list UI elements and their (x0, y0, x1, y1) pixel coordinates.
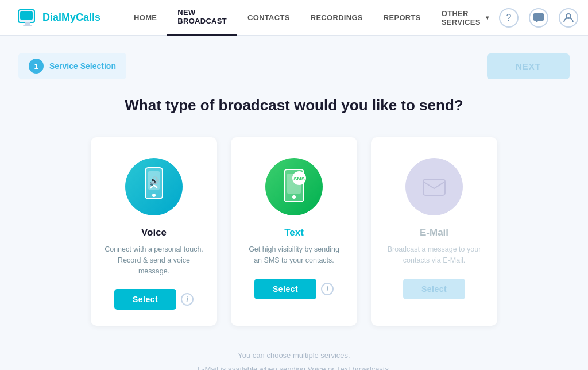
step-bar: 1 Service Selection NEXT (18, 53, 570, 79)
footer-line2: E-Mail is available when sending Voice o… (18, 363, 570, 370)
next-button[interactable]: NEXT (487, 53, 570, 79)
footer-line1: You can choose multiple services. (18, 349, 570, 362)
email-card-name: E-Mail (420, 227, 448, 238)
voice-card-desc: Connect with a personal touch. Record & … (105, 244, 203, 276)
chevron-down-icon: ▾ (486, 14, 489, 21)
help-button[interactable]: ? (499, 8, 519, 28)
step-badge: 1 Service Selection (18, 53, 126, 79)
text-icon-circle: SMS (265, 158, 323, 215)
step-number: 1 (29, 59, 44, 74)
svg-rect-14 (423, 179, 445, 195)
voice-card-actions: Select i (114, 289, 194, 310)
nav-recordings[interactable]: RECORDINGS (300, 0, 373, 36)
text-card-desc: Get high visibility by sending an SMS to… (245, 244, 343, 266)
voice-info-icon[interactable]: i (181, 293, 194, 306)
svg-rect-1 (20, 11, 33, 20)
navbar: DialMyCalls HOME NEW BROADCAST CONTACTS … (0, 0, 588, 36)
nav-other-services[interactable]: OTHER SERVICES ▾ (431, 0, 499, 36)
logo-text-calls: Calls (76, 11, 100, 23)
nav-contacts[interactable]: CONTACTS (237, 0, 300, 36)
page-title: What type of broadcast would you like to… (18, 97, 570, 114)
main-content: 1 Service Selection NEXT What type of br… (7, 36, 581, 370)
email-card: E-Mail Broadcast a message to your conta… (371, 137, 497, 326)
text-info-icon[interactable]: i (321, 283, 334, 295)
text-card-actions: Select i (254, 279, 334, 299)
footer-note: You can choose multiple services. E-Mail… (18, 349, 570, 370)
voice-card-name: Voice (141, 227, 167, 238)
user-profile-button[interactable] (559, 8, 578, 28)
sms-badge: SMS (278, 167, 310, 207)
broadcast-type-cards: 🔊 Voice Connect with a personal touch. R… (18, 137, 570, 326)
nav-links: HOME NEW BROADCAST CONTACTS RECORDINGS R… (123, 0, 499, 36)
svg-point-7 (152, 194, 156, 197)
logo-text-dial: Dial (42, 11, 61, 23)
email-icon-circle (405, 158, 463, 215)
svg-point-11 (292, 195, 296, 199)
voice-card: 🔊 Voice Connect with a personal touch. R… (91, 137, 217, 326)
nav-home[interactable]: HOME (123, 0, 167, 36)
nav-new-broadcast[interactable]: NEW BROADCAST (167, 0, 237, 36)
logo-text-my: My (61, 11, 76, 23)
nav-right: ? (499, 8, 578, 28)
text-card: SMS Text Get high visibility by sending … (231, 137, 357, 326)
email-card-actions: Select (403, 279, 465, 299)
voice-icon-circle: 🔊 (125, 158, 183, 215)
text-select-button[interactable]: Select (254, 279, 316, 299)
email-select-button[interactable]: Select (403, 279, 465, 299)
svg-rect-3 (23, 25, 32, 26)
nav-reports[interactable]: REPORTS (373, 0, 431, 36)
step-label: Service Selection (49, 61, 116, 71)
chat-button[interactable] (529, 8, 548, 28)
svg-rect-2 (25, 22, 30, 25)
voice-select-button[interactable]: Select (114, 289, 176, 310)
svg-text:🔊: 🔊 (149, 176, 160, 186)
svg-text:SMS: SMS (293, 176, 305, 182)
logo[interactable]: DialMyCalls (17, 7, 100, 28)
email-card-desc: Broadcast a message to your contacts via… (385, 244, 483, 266)
text-card-name: Text (284, 227, 304, 238)
